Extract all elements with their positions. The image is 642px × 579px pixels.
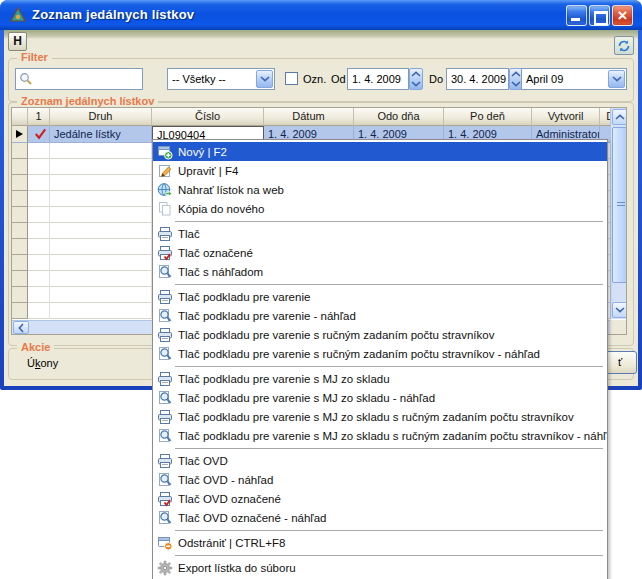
row-selector-cell — [12, 191, 28, 207]
menu-item-label: Tlač OVD označené — [175, 493, 281, 505]
menu-item[interactable]: Nahrať lístok na web — [153, 180, 607, 199]
refresh-button[interactable] — [614, 36, 634, 55]
month-select-value: April 09 — [526, 73, 563, 85]
print-checked-icon — [157, 245, 175, 261]
empty-cell — [50, 207, 152, 223]
row-selector-cell — [12, 287, 28, 303]
preview-icon — [157, 390, 175, 406]
preview-icon — [157, 428, 175, 444]
menu-separator — [153, 281, 607, 287]
date-from-field[interactable]: 1. 4. 2009 — [347, 68, 409, 90]
empty-cell — [50, 303, 152, 319]
menu-item[interactable]: Tlač označené — [153, 243, 607, 262]
preview-icon — [157, 308, 175, 324]
menu-item-label: Tlač OVD označené - náhľad — [175, 512, 326, 524]
menu-item[interactable]: Upraviť | F4 — [153, 161, 607, 180]
menu-item[interactable]: Tlač podkladu pre varenie s MJ zo skladu… — [153, 407, 607, 426]
scroll-down-button[interactable] — [612, 302, 627, 318]
chevron-down-icon — [411, 81, 421, 87]
date-to-field[interactable]: 30. 4. 2009 — [446, 68, 509, 90]
maximize-button[interactable] — [589, 5, 610, 26]
toolbar-band — [4, 30, 638, 39]
menu-item-label: Tlač — [175, 228, 200, 240]
title-bar[interactable]: Zoznam jedálnych lístkov — [0, 0, 642, 30]
web-icon — [157, 182, 175, 198]
selector-header-cell — [12, 108, 28, 126]
menu-item[interactable]: Tlač OVD — [153, 451, 607, 470]
menu-item[interactable]: Export lístka do súboru — [153, 558, 607, 577]
ukony-link[interactable]: Úkony — [27, 357, 58, 369]
menu-item[interactable]: Tlač podkladu pre varenie s ručným zadan… — [153, 325, 607, 344]
chevron-down-icon[interactable] — [256, 70, 273, 88]
vertical-scrollbar[interactable] — [610, 108, 627, 319]
empty-cell — [28, 191, 50, 207]
h-button[interactable]: H — [8, 32, 27, 51]
column-header[interactable]: Dni — [600, 108, 610, 126]
scroll-up-button[interactable] — [612, 109, 627, 125]
month-select[interactable]: April 09 — [521, 68, 627, 90]
menu-separator — [153, 218, 607, 224]
menu-item[interactable]: Tlač podkladu pre varenie s MJ zo skladu — [153, 369, 607, 388]
menu-item[interactable]: Tlač OVD označené — [153, 489, 607, 508]
menu-item[interactable]: Tlač s náhľadom — [153, 262, 607, 281]
column-header[interactable]: Odo dňa — [354, 108, 444, 126]
vertical-scroll-thumb[interactable] — [612, 127, 627, 283]
menu-item-label: Export lístka do súboru — [175, 562, 296, 574]
menu-item[interactable]: Tlač — [153, 224, 607, 243]
grid-header: 1DruhČísloDátumOdo dňaPo deňVytvorilDni — [12, 108, 610, 126]
menu-item-label: Tlač podkladu pre varenie s MJ zo skladu… — [175, 392, 435, 404]
row-selector-cell — [12, 223, 28, 239]
search-input[interactable] — [36, 69, 140, 89]
menu-separator — [153, 527, 607, 533]
app-logo-icon — [9, 6, 27, 24]
chevron-down-icon[interactable] — [608, 70, 625, 88]
menu-item[interactable]: Tlač podkladu pre varenie s MJ zo skladu… — [153, 388, 607, 407]
empty-cell — [50, 271, 152, 287]
menu-item[interactable]: Tlač OVD - náhľad — [153, 470, 607, 489]
menu-item[interactable]: Nový | F2 — [153, 142, 607, 161]
empty-cell — [28, 223, 50, 239]
menu-item-label: Tlač označené — [175, 247, 253, 259]
column-header[interactable]: Po deň — [444, 108, 532, 126]
edit-icon — [157, 163, 175, 179]
list-group-label: Zoznam jedálnych lístkov — [17, 95, 158, 107]
menu-item[interactable]: Kópia do nového — [153, 199, 607, 218]
menu-item-label: Tlač podkladu pre varenie s MJ zo skladu… — [175, 411, 574, 423]
print-icon — [157, 327, 175, 343]
type-select-value: -- Všetky -- — [172, 73, 226, 85]
menu-item[interactable]: Tlač podkladu pre varenie — [153, 287, 607, 306]
column-header[interactable]: 1 — [28, 108, 50, 126]
menu-item-label: Odstrániť | CTRL+F8 — [175, 537, 285, 549]
minimize-button[interactable] — [566, 5, 587, 26]
menu-separator — [153, 363, 607, 369]
column-header[interactable]: Dátum — [264, 108, 354, 126]
row-selector-cell — [12, 175, 28, 191]
empty-cell — [50, 175, 152, 191]
menu-item-label: Nový | F2 — [175, 146, 227, 158]
menu-item-label: Tlač podkladu pre varenie s MJ zo skladu — [175, 373, 390, 385]
empty-cell — [28, 287, 50, 303]
column-header[interactable]: Číslo — [152, 108, 264, 126]
menu-item[interactable]: Tlač podkladu pre varenie s ručným zadan… — [153, 344, 607, 363]
chevron-down-icon — [615, 307, 625, 313]
exit-button[interactable]: ť — [603, 351, 637, 374]
column-header[interactable]: Vytvoril — [532, 108, 600, 126]
menu-item[interactable]: Tlač OVD označené - náhľad — [153, 508, 607, 527]
menu-item[interactable]: Odstrániť | CTRL+F8 — [153, 533, 607, 552]
preview-icon — [157, 346, 175, 362]
print-icon — [157, 409, 175, 425]
menu-item-label: Nahrať lístok na web — [175, 184, 284, 196]
column-header[interactable]: Druh — [50, 108, 152, 126]
empty-cell — [28, 239, 50, 255]
empty-cell — [50, 255, 152, 271]
date-from-spinner[interactable] — [409, 68, 423, 90]
menu-item-label: Tlač podkladu pre varenie s ručným zadan… — [175, 329, 494, 341]
scroll-left-button[interactable] — [13, 321, 29, 334]
type-select[interactable]: -- Všetky -- — [167, 68, 275, 90]
row-selector-cell — [12, 271, 28, 287]
ozn-checkbox[interactable] — [285, 72, 298, 85]
search-field[interactable] — [15, 68, 143, 90]
menu-item[interactable]: Tlač podkladu pre varenie s MJ zo skladu… — [153, 426, 607, 445]
close-button[interactable] — [612, 5, 633, 26]
menu-item[interactable]: Tlač podkladu pre varenie - náhľad — [153, 306, 607, 325]
